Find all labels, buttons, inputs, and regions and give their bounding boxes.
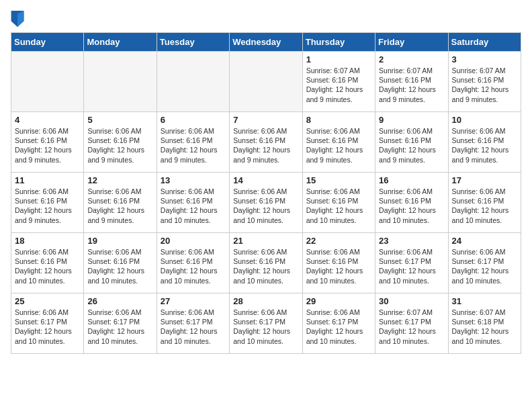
day-number: 7: [233, 115, 298, 125]
calendar-day-cell: 10Sunrise: 6:06 AMSunset: 6:16 PMDayligh…: [448, 112, 521, 173]
day-number: 22: [306, 236, 371, 246]
day-number: 9: [379, 115, 444, 125]
day-number: 12: [87, 175, 152, 185]
logo-icon: [11, 11, 24, 27]
calendar-day-cell: 25Sunrise: 6:06 AMSunset: 6:17 PMDayligh…: [11, 293, 84, 354]
calendar-day-cell: 12Sunrise: 6:06 AMSunset: 6:16 PMDayligh…: [84, 173, 157, 233]
calendar-day-cell: [157, 52, 229, 112]
calendar-week-row: 25Sunrise: 6:06 AMSunset: 6:17 PMDayligh…: [11, 293, 521, 354]
calendar-day-header: Saturday: [448, 33, 521, 52]
day-info: Sunrise: 6:06 AMSunset: 6:16 PMDaylight:…: [161, 187, 226, 225]
calendar-day-header: Thursday: [302, 33, 375, 52]
day-info: Sunrise: 6:06 AMSunset: 6:16 PMDaylight:…: [87, 247, 152, 285]
calendar-day-cell: 15Sunrise: 6:06 AMSunset: 6:16 PMDayligh…: [302, 173, 375, 233]
day-info: Sunrise: 6:06 AMSunset: 6:17 PMDaylight:…: [379, 247, 444, 285]
day-info: Sunrise: 6:06 AMSunset: 6:16 PMDaylight:…: [452, 187, 517, 225]
calendar-day-cell: 6Sunrise: 6:06 AMSunset: 6:16 PMDaylight…: [157, 112, 229, 173]
calendar-day-cell: 20Sunrise: 6:06 AMSunset: 6:16 PMDayligh…: [157, 233, 229, 293]
day-info: Sunrise: 6:06 AMSunset: 6:17 PMDaylight:…: [15, 308, 80, 346]
calendar-day-cell: 2Sunrise: 6:07 AMSunset: 6:16 PMDaylight…: [375, 52, 448, 112]
calendar-day-cell: 1Sunrise: 6:07 AMSunset: 6:16 PMDaylight…: [302, 52, 375, 112]
day-number: 4: [15, 115, 80, 125]
calendar-day-cell: 22Sunrise: 6:06 AMSunset: 6:16 PMDayligh…: [302, 233, 375, 293]
day-number: 3: [452, 54, 517, 64]
day-info: Sunrise: 6:07 AMSunset: 6:16 PMDaylight:…: [306, 66, 371, 104]
logo: [11, 11, 27, 27]
day-info: Sunrise: 6:06 AMSunset: 6:17 PMDaylight:…: [161, 308, 226, 346]
calendar-day-cell: 28Sunrise: 6:06 AMSunset: 6:17 PMDayligh…: [230, 293, 302, 354]
calendar-day-cell: [84, 52, 157, 112]
calendar-day-cell: 27Sunrise: 6:06 AMSunset: 6:17 PMDayligh…: [157, 293, 229, 354]
calendar-day-cell: 17Sunrise: 6:06 AMSunset: 6:16 PMDayligh…: [448, 173, 521, 233]
day-info: Sunrise: 6:06 AMSunset: 6:16 PMDaylight:…: [161, 247, 226, 285]
calendar-week-row: 18Sunrise: 6:06 AMSunset: 6:16 PMDayligh…: [11, 233, 521, 293]
day-number: 2: [379, 54, 444, 64]
day-info: Sunrise: 6:06 AMSunset: 6:16 PMDaylight:…: [161, 126, 226, 165]
day-number: 19: [87, 236, 152, 246]
calendar-week-row: 11Sunrise: 6:06 AMSunset: 6:16 PMDayligh…: [11, 173, 521, 233]
day-number: 13: [161, 175, 226, 185]
day-info: Sunrise: 6:07 AMSunset: 6:18 PMDaylight:…: [452, 308, 517, 346]
day-number: 6: [161, 115, 226, 125]
calendar-day-cell: 14Sunrise: 6:06 AMSunset: 6:16 PMDayligh…: [230, 173, 302, 233]
day-info: Sunrise: 6:06 AMSunset: 6:16 PMDaylight:…: [379, 187, 444, 225]
calendar-day-cell: 4Sunrise: 6:06 AMSunset: 6:16 PMDaylight…: [11, 112, 84, 173]
day-number: 31: [452, 296, 517, 306]
day-number: 18: [15, 236, 80, 246]
calendar-day-cell: 31Sunrise: 6:07 AMSunset: 6:18 PMDayligh…: [448, 293, 521, 354]
day-info: Sunrise: 6:06 AMSunset: 6:17 PMDaylight:…: [233, 308, 298, 346]
calendar-day-cell: 11Sunrise: 6:06 AMSunset: 6:16 PMDayligh…: [11, 173, 84, 233]
day-number: 10: [452, 115, 517, 125]
calendar-day-cell: [11, 52, 84, 112]
day-info: Sunrise: 6:06 AMSunset: 6:16 PMDaylight:…: [306, 247, 371, 285]
calendar-day-header: Friday: [375, 33, 448, 52]
day-info: Sunrise: 6:06 AMSunset: 6:16 PMDaylight:…: [15, 126, 80, 165]
day-info: Sunrise: 6:06 AMSunset: 6:16 PMDaylight:…: [87, 126, 152, 165]
day-number: 25: [15, 296, 80, 306]
day-number: 11: [15, 175, 80, 185]
day-number: 21: [233, 236, 298, 246]
calendar-day-cell: 26Sunrise: 6:06 AMSunset: 6:17 PMDayligh…: [84, 293, 157, 354]
day-info: Sunrise: 6:07 AMSunset: 6:16 PMDaylight:…: [379, 66, 444, 104]
day-info: Sunrise: 6:07 AMSunset: 6:16 PMDaylight:…: [452, 66, 517, 104]
day-number: 23: [379, 236, 444, 246]
calendar-day-cell: 24Sunrise: 6:06 AMSunset: 6:17 PMDayligh…: [448, 233, 521, 293]
day-info: Sunrise: 6:06 AMSunset: 6:16 PMDaylight:…: [87, 187, 152, 225]
day-number: 5: [87, 115, 152, 125]
calendar-day-header: Tuesday: [157, 33, 229, 52]
day-info: Sunrise: 6:06 AMSunset: 6:16 PMDaylight:…: [306, 126, 371, 165]
calendar-day-cell: 30Sunrise: 6:07 AMSunset: 6:17 PMDayligh…: [375, 293, 448, 354]
day-number: 20: [161, 236, 226, 246]
calendar-day-cell: 8Sunrise: 6:06 AMSunset: 6:16 PMDaylight…: [302, 112, 375, 173]
calendar-week-row: 1Sunrise: 6:07 AMSunset: 6:16 PMDaylight…: [11, 52, 521, 112]
day-number: 30: [379, 296, 444, 306]
calendar-day-header: Wednesday: [230, 33, 302, 52]
calendar-header-row: SundayMondayTuesdayWednesdayThursdayFrid…: [11, 33, 521, 52]
calendar-day-cell: 7Sunrise: 6:06 AMSunset: 6:16 PMDaylight…: [230, 112, 302, 173]
calendar-day-cell: 21Sunrise: 6:06 AMSunset: 6:16 PMDayligh…: [230, 233, 302, 293]
day-number: 28: [233, 296, 298, 306]
calendar-week-row: 4Sunrise: 6:06 AMSunset: 6:16 PMDaylight…: [11, 112, 521, 173]
page-header: [11, 11, 521, 27]
day-info: Sunrise: 6:06 AMSunset: 6:16 PMDaylight:…: [233, 187, 298, 225]
calendar-day-cell: 29Sunrise: 6:06 AMSunset: 6:17 PMDayligh…: [302, 293, 375, 354]
day-number: 16: [379, 175, 444, 185]
calendar-day-cell: 9Sunrise: 6:06 AMSunset: 6:16 PMDaylight…: [375, 112, 448, 173]
calendar-table: SundayMondayTuesdayWednesdayThursdayFrid…: [11, 32, 521, 354]
day-info: Sunrise: 6:07 AMSunset: 6:17 PMDaylight:…: [379, 308, 444, 346]
day-number: 1: [306, 54, 371, 64]
day-info: Sunrise: 6:06 AMSunset: 6:17 PMDaylight:…: [306, 308, 371, 346]
calendar-day-cell: 13Sunrise: 6:06 AMSunset: 6:16 PMDayligh…: [157, 173, 229, 233]
day-number: 14: [233, 175, 298, 185]
calendar-day-cell: 23Sunrise: 6:06 AMSunset: 6:17 PMDayligh…: [375, 233, 448, 293]
calendar-day-cell: 5Sunrise: 6:06 AMSunset: 6:16 PMDaylight…: [84, 112, 157, 173]
day-number: 24: [452, 236, 517, 246]
day-info: Sunrise: 6:06 AMSunset: 6:16 PMDaylight:…: [233, 126, 298, 165]
day-number: 8: [306, 115, 371, 125]
day-number: 26: [87, 296, 152, 306]
day-info: Sunrise: 6:06 AMSunset: 6:16 PMDaylight:…: [379, 126, 444, 165]
day-info: Sunrise: 6:06 AMSunset: 6:17 PMDaylight:…: [87, 308, 152, 346]
calendar-day-header: Sunday: [11, 33, 84, 52]
calendar-day-cell: 16Sunrise: 6:06 AMSunset: 6:16 PMDayligh…: [375, 173, 448, 233]
calendar-day-cell: [230, 52, 302, 112]
